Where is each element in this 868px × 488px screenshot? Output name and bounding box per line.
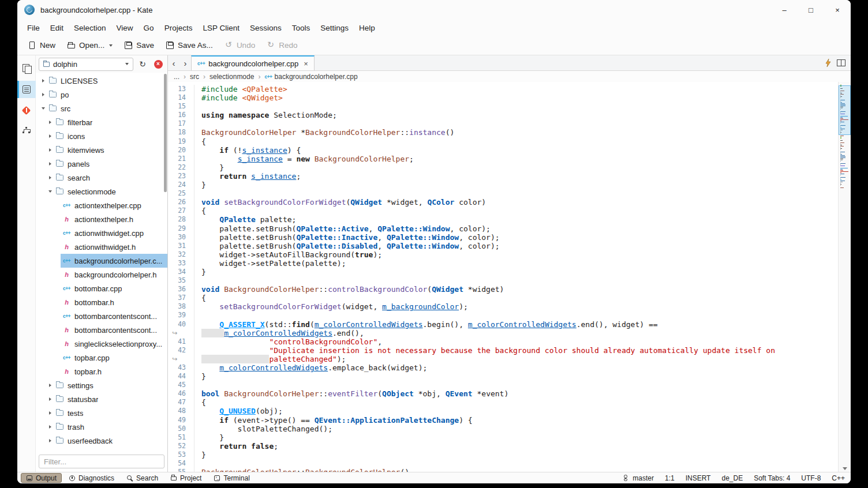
- tree-item-singleclickselectionproxy[interactable]: hsingleclickselectionproxy...: [36, 337, 167, 351]
- tree-item-licenses[interactable]: LICENSES: [36, 74, 167, 88]
- tree-item-bottombarcontentscont[interactable]: c++bottombarcontentscont...: [36, 309, 167, 323]
- code-row[interactable]: 42 "Duplicate insertion is not necessary…: [168, 346, 838, 355]
- save-button[interactable]: Save: [118, 38, 160, 52]
- code-row[interactable]: 24}: [168, 181, 838, 189]
- code-row[interactable]: 40 Q_ASSERT_X(std::find(m_colorControlle…: [168, 320, 838, 329]
- menu-edit[interactable]: Edit: [45, 22, 69, 34]
- tree-item-settings[interactable]: settings: [36, 378, 167, 392]
- sidebar-tool-symbols[interactable]: [17, 122, 36, 140]
- title-bar[interactable]: backgroundcolorhelper.cpp - Kate – □ ×: [17, 0, 851, 20]
- tree-item-backgroundcolorhelper-h[interactable]: hbackgroundcolorhelper.h: [36, 268, 167, 281]
- tree-item-actiontexthelper-h[interactable]: hactiontexthelper.h: [36, 212, 167, 226]
- redo-button[interactable]: Redo: [261, 38, 303, 52]
- breadcrumb-segment-selectionmode[interactable]: selectionmode: [209, 73, 254, 81]
- tree-item-filterbar[interactable]: filterbar: [36, 115, 167, 129]
- sidebar-tool-git[interactable]: [17, 102, 36, 119]
- code-row[interactable]: 15: [168, 102, 838, 111]
- code-row[interactable]: 26void setBackgroundColorForWidget(QWidg…: [168, 198, 838, 207]
- status-soft-tabs-4[interactable]: Soft Tabs: 4: [754, 474, 790, 482]
- chevron-right-icon[interactable]: [46, 406, 54, 420]
- chevron-right-icon[interactable]: [46, 392, 54, 406]
- menu-selection[interactable]: Selection: [69, 22, 111, 34]
- tree-item-backgroundcolorhelper-c[interactable]: c++backgroundcolorhelper.c...: [36, 254, 167, 268]
- chevron-right-icon[interactable]: [46, 143, 54, 157]
- status-de-de[interactable]: de_DE: [721, 474, 743, 482]
- code-row[interactable]: 37{: [168, 294, 838, 302]
- history-forward-button[interactable]: [179, 55, 191, 70]
- menu-help[interactable]: Help: [354, 22, 380, 34]
- reload-project-button[interactable]: [136, 58, 149, 70]
- code-row[interactable]: 16using namespace SelectionMode;: [168, 111, 838, 119]
- code-row[interactable]: 50 slotPaletteChanged();: [168, 425, 838, 433]
- code-row[interactable]: 13#include <QPalette>: [168, 85, 838, 93]
- maximize-button[interactable]: □: [798, 0, 824, 20]
- tab-backgroundcolorhelper[interactable]: c++ backgroundcolorhelper.cpp: [191, 55, 315, 70]
- code-row[interactable]: 28 QPalette palette;: [168, 215, 838, 224]
- new-button[interactable]: New: [22, 38, 61, 52]
- tree-item-actiontexthelper-cpp[interactable]: c++actiontexthelper.cpp: [36, 198, 167, 212]
- code-row[interactable]: 17: [168, 119, 838, 128]
- toolview-project[interactable]: Project: [165, 473, 207, 483]
- chevron-right-icon[interactable]: [46, 171, 54, 185]
- menu-go[interactable]: Go: [139, 22, 159, 34]
- code-row[interactable]: 53}: [168, 451, 838, 459]
- breadcrumb-segment-[interactable]: ...: [174, 73, 179, 81]
- filter-input[interactable]: [39, 455, 164, 468]
- scroll-down-icon[interactable]: [843, 467, 847, 470]
- tree-item-userfeedback[interactable]: userfeedback: [36, 434, 167, 448]
- code-row[interactable]: 19{: [168, 137, 838, 146]
- tree-item-icons[interactable]: icons: [36, 129, 167, 143]
- code-row[interactable]: 23 return s_instance;: [168, 172, 838, 181]
- status-1-1[interactable]: 1:1: [665, 474, 675, 482]
- tree-item-bottombar-h[interactable]: hbottombar.h: [36, 295, 167, 309]
- menu-sessions[interactable]: Sessions: [245, 22, 287, 34]
- breadcrumb-segment-src[interactable]: src: [190, 73, 199, 81]
- code-row[interactable]: 47{: [168, 398, 838, 407]
- open-button[interactable]: Open...: [61, 38, 118, 52]
- menu-lsp-client[interactable]: LSP Client: [197, 22, 245, 34]
- tree-item-selectionmode[interactable]: selectionmode: [36, 185, 167, 198]
- code-row[interactable]: 38 setBackgroundColorForWidget(widget, m…: [168, 302, 838, 311]
- code-row[interactable]: 36void BackgroundColorHelper::controlBac…: [168, 285, 838, 294]
- tree-item-trash[interactable]: trash: [36, 420, 167, 434]
- save-as-button[interactable]: Save As...: [160, 38, 219, 52]
- code-row[interactable]: 51 }: [168, 433, 838, 442]
- chevron-right-icon[interactable]: [46, 420, 54, 434]
- tree-item-topbar-h[interactable]: htopbar.h: [36, 365, 167, 378]
- code-row[interactable]: 21 s_instance = new BackgroundColorHelpe…: [168, 155, 838, 163]
- code-row[interactable]: 49 if (event->type() == QEvent::Applicat…: [168, 416, 838, 425]
- code-row[interactable]: 14#include <QWidget>: [168, 93, 838, 102]
- code-row[interactable]: 25: [168, 189, 838, 198]
- menu-file[interactable]: File: [22, 22, 45, 34]
- code-row[interactable]: 35: [168, 276, 838, 285]
- menu-settings[interactable]: Settings: [315, 22, 354, 34]
- code-row[interactable]: 54: [168, 459, 838, 468]
- minimap-viewport[interactable]: [839, 85, 851, 135]
- code-row[interactable]: 31 palette.setBrush(QPalette::Disabled, …: [168, 242, 838, 250]
- status-utf-8[interactable]: UTF-8: [801, 474, 821, 482]
- sidebar-tool-projects[interactable]: [17, 81, 36, 98]
- code-row[interactable]: 33 widget->setPalette(palette);: [168, 259, 838, 268]
- chevron-right-icon[interactable]: [39, 88, 47, 102]
- split-view-icon[interactable]: [837, 59, 845, 66]
- tree-item-panels[interactable]: panels: [36, 157, 167, 171]
- code-row[interactable]: 44}: [168, 372, 838, 381]
- status-insert[interactable]: INSERT: [686, 474, 711, 482]
- toolview-search[interactable]: Search: [121, 473, 163, 483]
- code-row[interactable]: 52 return false;: [168, 442, 838, 451]
- tab-close-icon[interactable]: [304, 59, 308, 68]
- menu-tools[interactable]: Tools: [287, 22, 316, 34]
- menu-view[interactable]: View: [111, 22, 139, 34]
- code-row[interactable]: 45: [168, 381, 838, 389]
- chevron-right-icon[interactable]: [46, 129, 54, 143]
- code-row[interactable]: ↪paletteChanged");: [168, 355, 838, 363]
- code-row[interactable]: 18BackgroundColorHelper *BackgroundColor…: [168, 128, 838, 137]
- status-c[interactable]: C++: [832, 474, 845, 482]
- tree-item-bottombar-cpp[interactable]: c++bottombar.cpp: [36, 281, 167, 295]
- code-row[interactable]: 48 Q_UNUSED(obj);: [168, 407, 838, 415]
- code-row[interactable]: 30 palette.setBrush(QPalette::Inactive, …: [168, 233, 838, 242]
- code-row[interactable]: 34}: [168, 268, 838, 276]
- tree-item-actionwithwidget-cpp[interactable]: c++actionwithwidget.cpp: [36, 226, 167, 240]
- chevron-right-icon[interactable]: [46, 434, 54, 448]
- sidebar-tool-documents[interactable]: [17, 60, 36, 77]
